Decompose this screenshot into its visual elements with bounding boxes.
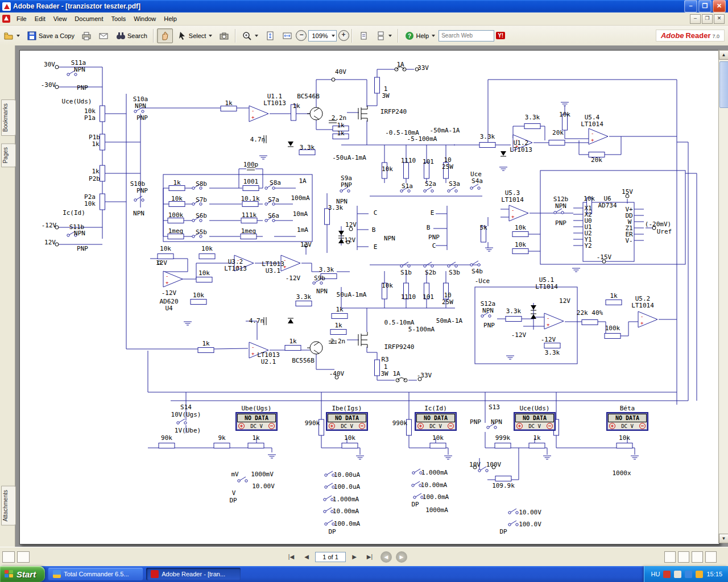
start-button[interactable]: Start: [0, 566, 45, 582]
menu-view[interactable]: View: [49, 14, 71, 24]
start-label: Start: [16, 569, 36, 579]
open-folder-icon: [3, 31, 14, 41]
taskbar: Start Total Commander 6.5...Adobe Reader…: [0, 566, 728, 582]
doc-restore-button[interactable]: ❐: [702, 14, 713, 24]
antivirus-tray-icon[interactable]: [663, 571, 671, 578]
vertical-scrollbar[interactable]: ▲ ▼: [718, 50, 728, 543]
zoom-tool-button[interactable]: [239, 28, 261, 43]
zoom-level-value: 109%: [312, 32, 328, 39]
search-button[interactable]: Search: [113, 28, 150, 43]
last-page-button[interactable]: ▶|: [363, 551, 377, 563]
menu-tools[interactable]: Tools: [107, 14, 130, 24]
zoom-level-combo[interactable]: 109%: [308, 30, 336, 41]
menu-help[interactable]: Help: [160, 14, 181, 24]
chevron-down-icon: [16, 35, 20, 37]
continuous-view-icon[interactable]: [678, 551, 689, 563]
hand-icon: [160, 31, 170, 41]
continuous-facing-view-icon[interactable]: [705, 551, 717, 563]
tab-pages[interactable]: Pages: [1, 143, 16, 167]
taskbar-tasks: Total Commander 6.5...Adobe Reader - [tr…: [45, 568, 241, 580]
help-icon: ?: [404, 31, 415, 41]
menu-file[interactable]: File: [13, 14, 31, 24]
minimize-button[interactable]: –: [684, 0, 697, 13]
magnifier-icon: [242, 31, 252, 41]
search-web-input[interactable]: [439, 30, 494, 41]
taskbar-task-1[interactable]: Adobe Reader - [tran...: [146, 568, 241, 580]
select-label: Select: [189, 32, 206, 39]
yahoo-icon[interactable]: Y!: [496, 32, 505, 39]
next-view-button[interactable]: ▶: [396, 551, 407, 563]
restore-button[interactable]: ❐: [698, 0, 712, 13]
close-button[interactable]: ✕: [713, 0, 726, 13]
facing-view-icon[interactable]: [692, 551, 703, 563]
save-copy-button[interactable]: Save a Copy: [24, 28, 77, 43]
continuous-page-button[interactable]: [373, 28, 395, 43]
clock[interactable]: 15:15: [706, 571, 722, 577]
save-copy-label: Save a Copy: [39, 32, 75, 39]
select-cursor-icon: [177, 31, 187, 41]
menu-document[interactable]: Document: [71, 14, 107, 24]
menu-edit[interactable]: Edit: [31, 14, 49, 24]
printer-icon: [81, 31, 92, 41]
first-page-button[interactable]: |◀: [284, 551, 298, 563]
menu-window[interactable]: Window: [130, 14, 160, 24]
trim-view-icon[interactable]: [17, 551, 30, 563]
doc-minimize-button[interactable]: –: [690, 14, 701, 24]
network-tray-icon[interactable]: [685, 571, 692, 578]
status-bar: |◀ ◀ 1 of 1 ▶ ▶| ◀ ▶: [0, 547, 728, 567]
adobe-reader-icon: [151, 570, 159, 578]
email-button[interactable]: [96, 28, 111, 43]
search-label: Search: [127, 32, 147, 39]
hand-tool-button[interactable]: [157, 28, 173, 43]
tab-bookmarks[interactable]: Bookmarks: [1, 99, 16, 136]
chevron-down-icon: [209, 35, 212, 37]
svg-text:?: ?: [408, 33, 411, 39]
chevron-down-icon: [332, 35, 335, 37]
camera-icon: [219, 31, 229, 41]
brand-adobe: Adobe: [661, 31, 684, 40]
task-label: Adobe Reader - [tran...: [162, 571, 225, 577]
fit-width-button[interactable]: [279, 28, 295, 43]
document-icon: [2, 15, 10, 23]
previous-page-button[interactable]: ◀: [300, 551, 313, 563]
fit-page-icon: [265, 31, 275, 41]
binoculars-icon: [115, 31, 126, 41]
doc-close-button[interactable]: ✕: [714, 14, 725, 24]
volume-tray-icon[interactable]: [674, 571, 681, 578]
snapshot-button[interactable]: [216, 28, 232, 43]
single-page-button[interactable]: [355, 28, 371, 43]
save-icon: [27, 31, 37, 41]
fit-page-button[interactable]: [262, 28, 278, 43]
zoom-in-button[interactable]: +: [338, 30, 349, 41]
chevron-down-icon: [388, 35, 392, 37]
scrollbar-thumb[interactable]: [719, 61, 728, 108]
scroll-up-button[interactable]: ▲: [719, 50, 728, 60]
adobe-reader-icon: [2, 2, 11, 11]
update-tray-icon[interactable]: [696, 571, 703, 578]
windows-flag-icon: [5, 570, 14, 578]
page-indicator[interactable]: 1 of 1: [315, 552, 346, 562]
zoom-out-button[interactable]: −: [296, 30, 307, 41]
page-size-icon[interactable]: [2, 551, 15, 563]
single-page-view-icon[interactable]: [664, 551, 676, 563]
single-page-icon: [358, 31, 369, 41]
print-button[interactable]: [78, 28, 94, 43]
taskbar-task-0[interactable]: Total Commander 6.5...: [48, 568, 143, 580]
title-bar: Adobe Reader - [tranzisztor teszter.pdf]…: [0, 0, 728, 13]
previous-view-button[interactable]: ◀: [380, 551, 392, 563]
task-label: Total Commander 6.5...: [64, 571, 129, 577]
next-page-button[interactable]: ▶: [348, 551, 361, 563]
scroll-down-button[interactable]: ▼: [719, 534, 728, 543]
select-tool-button[interactable]: Select: [174, 28, 216, 43]
window-title: Adobe Reader - [tranzisztor teszter.pdf]: [13, 2, 684, 10]
system-tray: HU 15:15: [644, 566, 728, 582]
help-button[interactable]: ? Help: [402, 28, 439, 43]
toolbar: Save a Copy Search Select: [0, 26, 728, 46]
open-button[interactable]: [1, 28, 23, 43]
pdf-page: [19, 50, 719, 544]
fit-width-icon: [282, 31, 292, 41]
tab-attachments[interactable]: Attachments: [1, 486, 16, 526]
total-commander-icon: [53, 570, 61, 578]
navigation-tabstrip: BookmarksPagesAttachments: [0, 45, 15, 547]
language-indicator[interactable]: HU: [651, 571, 660, 577]
